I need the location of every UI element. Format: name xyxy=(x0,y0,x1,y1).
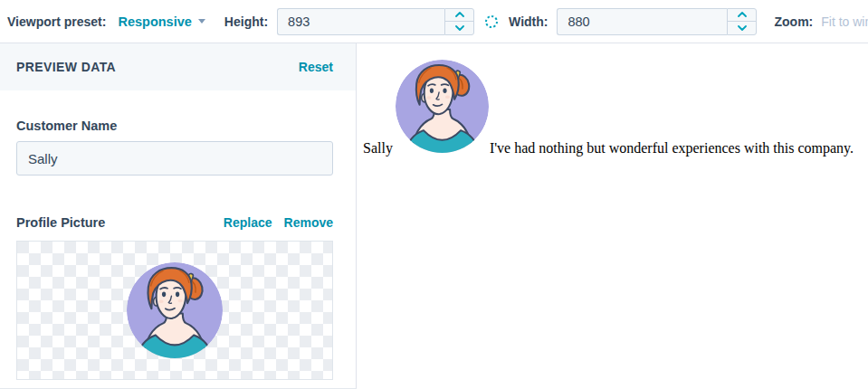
viewport-preset-dropdown[interactable]: Responsive xyxy=(118,14,205,29)
height-label: Height: xyxy=(224,14,268,29)
chevron-down-icon xyxy=(198,19,205,24)
replace-button[interactable]: Replace xyxy=(224,215,272,230)
panel-header: PREVIEW DATA Reset xyxy=(0,43,356,90)
chevron-down-icon xyxy=(455,25,464,31)
testimonial-module: SallyI've had nothing but wonderful expe… xyxy=(363,60,868,157)
width-input-group xyxy=(557,8,757,35)
reset-button[interactable]: Reset xyxy=(299,60,333,74)
height-step-up-button[interactable] xyxy=(445,9,473,23)
width-stepper xyxy=(727,8,757,35)
panel-title: PREVIEW DATA xyxy=(16,60,116,74)
height-step-down-button[interactable] xyxy=(445,22,473,34)
remove-button[interactable]: Remove xyxy=(284,215,333,230)
width-step-down-button[interactable] xyxy=(728,22,756,34)
viewport-preset-value: Responsive xyxy=(118,14,191,29)
profile-picture-actions: Replace Remove xyxy=(224,215,333,230)
chevron-down-icon xyxy=(738,25,747,31)
profile-picture-label: Profile Picture xyxy=(16,215,105,230)
zoom-value[interactable]: Fit to window xyxy=(821,14,868,29)
link-dimensions-icon[interactable] xyxy=(484,14,499,29)
viewport-preset-label: Viewport preset: xyxy=(7,14,106,29)
chevron-up-icon xyxy=(455,12,464,17)
customer-name-label: Customer Name xyxy=(16,119,333,133)
panel-content: Customer Name Profile Picture Replace Re… xyxy=(0,119,356,380)
profile-picture-row: Profile Picture Replace Remove xyxy=(16,215,333,230)
customer-name-input[interactable] xyxy=(16,141,333,176)
avatar-image xyxy=(396,60,489,153)
width-input[interactable] xyxy=(557,8,727,35)
preview-customer-name: Sally xyxy=(363,140,393,156)
module-preview-canvas: SallyI've had nothing but wonderful expe… xyxy=(357,43,868,389)
width-label: Width: xyxy=(509,14,548,29)
avatar-image xyxy=(127,262,223,358)
height-input[interactable] xyxy=(277,8,444,35)
preview-data-panel: PREVIEW DATA Reset Customer Name Profile… xyxy=(0,43,357,389)
chevron-up-icon xyxy=(738,12,747,17)
viewport-toolbar: Viewport preset: Responsive Height: Widt… xyxy=(0,0,868,43)
zoom-label: Zoom: xyxy=(774,14,813,29)
height-stepper xyxy=(444,8,474,35)
preview-quote: I've had nothing but wonderful experienc… xyxy=(490,140,854,156)
height-input-group xyxy=(277,8,474,35)
width-step-up-button[interactable] xyxy=(728,9,756,23)
profile-picture-preview xyxy=(16,241,333,380)
